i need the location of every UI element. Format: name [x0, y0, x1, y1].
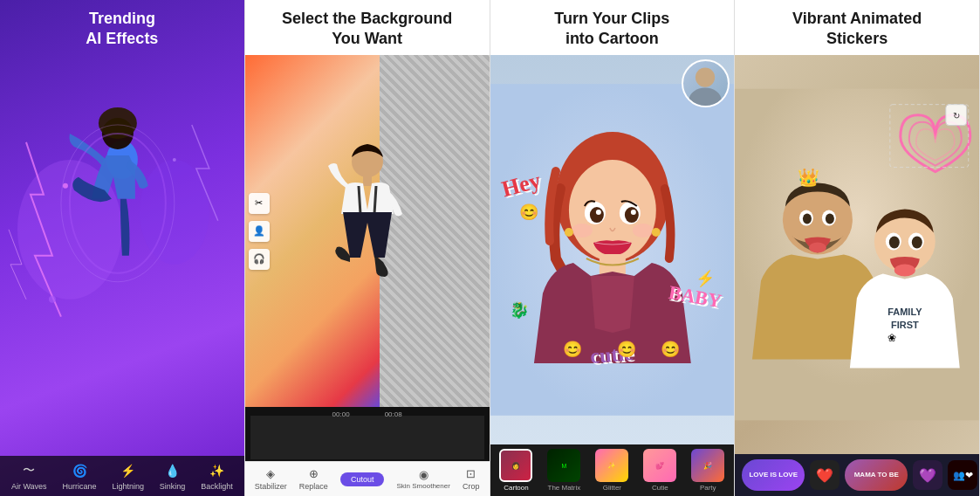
party-label: Party: [700, 484, 716, 492]
heart-tile: ❤️: [810, 460, 840, 490]
svg-point-0: [17, 160, 122, 300]
smiley-emoji-4: 😊: [661, 340, 680, 359]
tool-person[interactable]: 👤: [249, 221, 270, 242]
svg-point-39: [889, 237, 900, 249]
purple-heart-sticker[interactable]: 💜: [913, 460, 942, 490]
panel-3-content: Hey BABY cutie 😊 ⚡ 🐉 😊 😊 😊: [490, 55, 735, 444]
purple-heart-tile: 💜: [913, 460, 942, 490]
crop-label: Crop: [463, 482, 480, 491]
p3-glitter-thumb[interactable]: ✨ Glitter: [595, 449, 628, 492]
lightning-icon: ⚡: [119, 461, 138, 480]
party-thumbnail: 🎉: [691, 449, 724, 482]
toolbar-hurricane-label: Hurricane: [63, 482, 97, 491]
smiley-emoji-3: 😊: [617, 340, 636, 359]
svg-point-23: [571, 224, 592, 238]
side-tools: ✂ 👤 🎧: [249, 193, 270, 270]
purple-heart-icon: 💜: [919, 467, 936, 484]
svg-point-21: [595, 210, 600, 215]
p2-crop[interactable]: ⊡ Crop: [463, 467, 480, 491]
hurricane-icon: 🌀: [70, 461, 89, 480]
svg-point-7: [63, 183, 68, 189]
panel-2-header: Select the BackgroundYou Want: [245, 0, 490, 55]
sticker-tray: LOVE IS LOVE ❤️ MAMA TO BE 💜 👥❤: [735, 454, 979, 496]
small-portrait-circle: [682, 59, 730, 107]
svg-point-3: [102, 118, 134, 149]
matrix-label: The Matrix: [548, 484, 581, 492]
tool-headphones[interactable]: 🎧: [249, 249, 270, 270]
toolbar-sinking[interactable]: 💧 Sinking: [160, 461, 186, 491]
love-is-love-sticker[interactable]: LOVE IS LOVE: [742, 459, 805, 491]
timeline-end: 00:08: [385, 410, 402, 418]
glitter-thumbnail: ✨: [595, 449, 628, 482]
svg-point-1: [140, 160, 209, 265]
family-photo: 👑 FAMILY FIRST ❀: [735, 55, 979, 454]
cutie-thumbnail: 💕: [643, 449, 676, 482]
panel-3-toolbar: 👩 Cartoon M The Matrix ✨ Glitter 💕 Cutie…: [490, 444, 735, 496]
cartoon-thumbnail: 👩: [499, 449, 532, 482]
people-love-sticker[interactable]: 👥❤: [948, 460, 977, 490]
toolbar-air-waves[interactable]: 〜 Air Waves: [11, 461, 47, 491]
panel-4-header: Vibrant AnimatedStickers: [735, 0, 979, 55]
panel-cartoon: Turn Your Clipsinto Cartoon: [490, 0, 736, 496]
panel-3-header: Turn Your Clipsinto Cartoon: [490, 0, 735, 55]
svg-point-24: [632, 224, 653, 238]
p3-matrix-thumb[interactable]: M The Matrix: [547, 449, 580, 492]
svg-point-6: [61, 125, 175, 282]
toolbar-hurricane[interactable]: 🌀 Hurricane: [63, 461, 97, 491]
svg-point-34: [809, 243, 826, 253]
p2-skin-smoother[interactable]: ◉ Skin Smoothener: [396, 468, 449, 491]
panel-select-background: Select the BackgroundYou Want ✂ 👤 🎧: [245, 0, 490, 496]
cutout-active-bg: Cutout: [340, 472, 385, 486]
svg-point-8: [173, 158, 176, 162]
p2-stabilizer[interactable]: ◈ Stabilizer: [255, 467, 287, 491]
panel-1-toolbar: 〜 Air Waves 🌀 Hurricane ⚡ Lightning 💧 Si…: [0, 456, 244, 496]
tool-scissors[interactable]: ✂: [249, 193, 270, 214]
p3-cartoon-thumb[interactable]: 👩 Cartoon: [499, 449, 532, 492]
smiley-emoji-1: 😊: [519, 203, 538, 222]
svg-text:↻: ↻: [953, 111, 960, 121]
svg-point-13: [689, 88, 722, 106]
timeline-container: 00:00 00:08: [245, 407, 490, 461]
svg-point-22: [630, 210, 635, 215]
p2-cutout[interactable]: Cutout: [340, 472, 385, 486]
toolbar-lightning[interactable]: ⚡ Lightning: [112, 461, 144, 491]
svg-rect-28: [735, 89, 979, 421]
cartoon-main: Hey BABY cutie 😊 ⚡ 🐉 😊 😊 😊: [490, 55, 735, 444]
p3-cutie-thumb[interactable]: 💕 Cutie: [643, 449, 676, 492]
svg-point-5: [70, 134, 166, 273]
cartoon-label: Cartoon: [504, 484, 528, 492]
svg-point-19: [589, 207, 603, 223]
svg-point-9: [49, 296, 56, 303]
svg-rect-11: [363, 176, 372, 186]
heart-sticker[interactable]: ❤️: [810, 460, 840, 490]
toolbar-lightning-label: Lightning: [112, 482, 144, 491]
panel-2-toolbar: ◈ Stabilizer ⊕ Replace Cutout ◉ Skin Smo…: [245, 461, 490, 496]
heart-icon: ❤️: [816, 467, 833, 484]
people-love-icon: 👥❤: [953, 470, 973, 481]
backlight-icon: ✨: [208, 461, 227, 480]
svg-point-25: [564, 228, 572, 237]
toolbar-backlight[interactable]: ✨ Backlight: [201, 461, 233, 491]
panel-1-header: TrendingAI Effects: [0, 0, 244, 55]
svg-text:FIRST: FIRST: [891, 320, 919, 330]
toolbar-backlight-label: Backlight: [201, 482, 233, 491]
love-is-love-text: LOVE IS LOVE: [749, 472, 798, 479]
p2-replace[interactable]: ⊕ Replace: [299, 467, 328, 491]
panel-4-content: 👑 FAMILY FIRST ❀: [735, 55, 979, 454]
stabilizer-label: Stabilizer: [255, 482, 287, 491]
replace-label: Replace: [299, 482, 328, 491]
svg-text:❀: ❀: [887, 332, 896, 344]
svg-text:👑: 👑: [798, 167, 820, 188]
mama-to-be-tile: MAMA TO BE: [845, 459, 908, 491]
background-split: ✂ 👤 🎧: [245, 55, 490, 407]
skin-smoothener-icon: ◉: [419, 468, 428, 481]
sinking-icon: 💧: [163, 461, 182, 480]
timeline-start: 00:00: [332, 410, 350, 418]
dragon-emoji: 🐉: [510, 300, 529, 320]
panel-2-content: ✂ 👤 🎧: [245, 55, 490, 496]
p3-party-thumb[interactable]: 🎉 Party: [691, 449, 724, 492]
panel-1-content: [0, 55, 244, 456]
mama-to-be-sticker[interactable]: MAMA TO BE: [845, 459, 908, 491]
svg-point-2: [106, 141, 138, 179]
smiley-emoji-2: 😊: [563, 340, 582, 359]
